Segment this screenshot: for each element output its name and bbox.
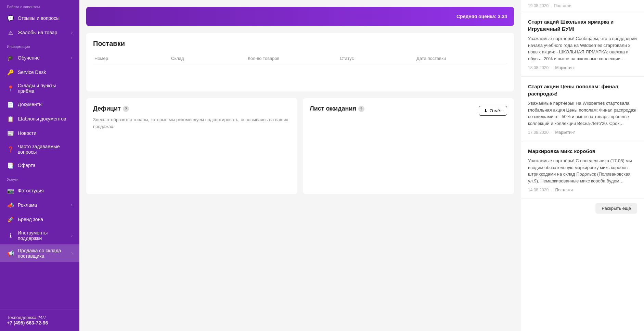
supplies-empty-body bbox=[93, 64, 507, 85]
news-icon: 📰 bbox=[7, 129, 14, 137]
sidebar-item-warehouse-sale[interactable]: 📢 Продажа со склада поставщика › bbox=[0, 244, 79, 262]
sidebar-item-label: Документы bbox=[18, 102, 42, 107]
news-title-0: Старт акций Школьная ярмарка и Игрушечны… bbox=[528, 18, 637, 33]
sidebar-item-documents[interactable]: 📄 Документы bbox=[0, 97, 79, 112]
section-label-info: Информация bbox=[0, 40, 79, 51]
col-number: Номер bbox=[93, 56, 170, 61]
rating-display: Средняя оценка: 3.34 bbox=[456, 14, 507, 19]
sidebar-item-learning[interactable]: 🎓 Обучение › bbox=[0, 51, 79, 65]
news-category-2: Поставки bbox=[555, 188, 573, 192]
sidebar-item-reviews[interactable]: 💬 Отзывы и вопросы bbox=[0, 11, 79, 25]
sidebar-item-label: Бренд зона bbox=[18, 217, 43, 222]
deficit-title-text: Дефицит bbox=[93, 105, 121, 112]
sidebar-item-label: Инструменты поддержки bbox=[18, 230, 71, 241]
sidebar-item-warehouses[interactable]: 📍 Склады и пункты приёма bbox=[0, 79, 79, 97]
waitlist-help-icon[interactable]: ? bbox=[358, 106, 364, 112]
news-title-2: Маркировка микс коробов bbox=[528, 148, 637, 155]
reviews-icon: 💬 bbox=[7, 14, 14, 22]
news-item-2[interactable]: Маркировка микс коробов Уважаемые партнё… bbox=[521, 141, 644, 199]
report-btn-label: Отчёт bbox=[490, 108, 502, 113]
supplies-title: Поставки bbox=[93, 40, 507, 48]
download-icon: ⬇ bbox=[484, 108, 488, 113]
news-category-0: Маркетинг bbox=[555, 65, 575, 70]
sidebar-item-label: Новости bbox=[18, 130, 36, 136]
sidebar-item-news[interactable]: 📰 Новости bbox=[0, 126, 79, 140]
col-date: Дата поставки bbox=[415, 56, 507, 61]
arrow-icon: › bbox=[71, 203, 73, 207]
sidebar-item-faq[interactable]: ❓ Часто задаваемые вопросы bbox=[0, 140, 79, 158]
main-content: Средняя оценка: 3.34 Поставки Номер Скла… bbox=[79, 0, 521, 331]
ads-icon: 📣 bbox=[7, 201, 14, 209]
sidebar-section-client: Работа с клиентом 💬 Отзывы и вопросы ⚠ Ж… bbox=[0, 0, 79, 40]
faq-icon: ❓ bbox=[7, 145, 14, 153]
sidebar-item-label: Оферта bbox=[18, 163, 36, 168]
sidebar-item-templates[interactable]: 📋 Шаблоны документов bbox=[0, 112, 79, 126]
deficit-title-row: Дефицит ? bbox=[93, 105, 291, 112]
support-phone: +7 (495) 663-72-96 bbox=[7, 320, 73, 326]
waitlist-title-text: Лист ожидания bbox=[310, 105, 356, 112]
offer-icon: 📑 bbox=[7, 162, 14, 169]
sidebar-item-label: Часто задаваемые вопросы bbox=[18, 144, 73, 155]
learning-icon: 🎓 bbox=[7, 54, 14, 62]
documents-icon: 📄 bbox=[7, 101, 14, 108]
top-date: 19.08.2020 bbox=[528, 3, 549, 8]
waitlist-title-row: Лист ожидания ? bbox=[310, 105, 364, 112]
support-tools-icon: ℹ bbox=[7, 232, 14, 239]
sidebar-item-label: Service Desk bbox=[18, 69, 46, 75]
rating-label: Средняя оценка: bbox=[456, 14, 497, 19]
news-date-2: 14.08.2020 bbox=[528, 188, 549, 192]
two-col-section: Дефицит ? Здесь отобразятся товары, кото… bbox=[86, 98, 514, 194]
expand-btn-row: Раскрыть ещё bbox=[521, 199, 644, 218]
complaints-icon: ⚠ bbox=[7, 29, 14, 36]
sidebar-item-label: Склады и пункты приёма bbox=[18, 83, 73, 94]
sidebar-section-info: Информация 🎓 Обучение › 🔑 Service Desk 📍… bbox=[0, 40, 79, 173]
sidebar-footer: Техподдержка 24/7 +7 (495) 663-72-96 bbox=[0, 309, 79, 331]
news-body-0: Уважаемые партнёры! Сообщаем, что в пред… bbox=[528, 35, 637, 62]
news-date-1: 17.08.2020 bbox=[528, 130, 549, 135]
col-status: Статус bbox=[338, 56, 415, 61]
waitlist-card: Лист ожидания ? ⬇ Отчёт bbox=[303, 98, 514, 194]
deficit-desc: Здесь отобразятся товары, которые мы рек… bbox=[93, 116, 291, 130]
sidebar-item-ads[interactable]: 📣 Реклама › bbox=[0, 198, 79, 212]
news-title-1: Старт акции Цены пополам: финал распрода… bbox=[528, 83, 637, 97]
report-button[interactable]: ⬇ Отчёт bbox=[479, 106, 507, 116]
sidebar-item-label: Шаблоны документов bbox=[18, 116, 66, 122]
rating-val: 3.34 bbox=[498, 14, 507, 19]
news-body-1: Уважаемые партнёры! На Wildberries старт… bbox=[528, 100, 637, 127]
news-item-0[interactable]: Старт акций Школьная ярмарка и Игрушечны… bbox=[521, 12, 644, 77]
rating-card: Средняя оценка: 3.34 bbox=[86, 7, 514, 26]
arrow-icon: › bbox=[71, 30, 73, 35]
news-item-1[interactable]: Старт акции Цены пополам: финал распрода… bbox=[521, 77, 644, 141]
sidebar-item-brandzone[interactable]: 🚀 Бренд зона bbox=[0, 212, 79, 227]
col-warehouse: Склад bbox=[170, 56, 246, 61]
sidebar-item-support-tools[interactable]: ℹ Инструменты поддержки › bbox=[0, 227, 79, 244]
sidebar-item-offer[interactable]: 📑 Оферта bbox=[0, 158, 79, 173]
sidebar-section-services: Услуги 📷 Фотостудия 📣 Реклама › 🚀 Бренд … bbox=[0, 173, 79, 262]
waitlist-header: Лист ожидания ? ⬇ Отчёт bbox=[310, 105, 507, 116]
sidebar-item-label: Жалобы на товар bbox=[18, 30, 57, 35]
news-meta-0: 18.08.2020 · Маркетинг bbox=[528, 65, 637, 70]
news-date-0: 18.08.2020 bbox=[528, 65, 549, 70]
news-body-2: Уважаемые партнёры! С понедельника (17.0… bbox=[528, 157, 637, 184]
sidebar: Работа с клиентом 💬 Отзывы и вопросы ⚠ Ж… bbox=[0, 0, 79, 331]
news-meta-2: 14.08.2020 · Поставки bbox=[528, 188, 637, 192]
right-panel: 19.08.2020 · Поставки Старт акций Школьн… bbox=[521, 0, 644, 331]
top-category: Поставки bbox=[554, 3, 571, 8]
sidebar-item-complaints[interactable]: ⚠ Жалобы на товар › bbox=[0, 25, 79, 40]
warehouse-sale-icon: 📢 bbox=[7, 250, 14, 257]
arrow-icon: › bbox=[71, 233, 73, 238]
deficit-help-icon[interactable]: ? bbox=[123, 106, 129, 112]
support-label: Техподдержка 24/7 bbox=[7, 315, 73, 320]
deficit-card: Дефицит ? Здесь отобразятся товары, кото… bbox=[86, 98, 297, 194]
arrow-icon: › bbox=[71, 251, 73, 256]
col-quantity: Кол-во товаров bbox=[246, 56, 338, 61]
news-category-1: Маркетинг bbox=[555, 130, 575, 135]
sidebar-item-label: Фотостудия bbox=[18, 188, 44, 193]
sidebar-item-servicedesk[interactable]: 🔑 Service Desk bbox=[0, 65, 79, 79]
photo-icon: 📷 bbox=[7, 187, 14, 194]
templates-icon: 📋 bbox=[7, 115, 14, 123]
supplies-card: Поставки Номер Склад Кол-во товаров Стат… bbox=[86, 33, 514, 91]
expand-button[interactable]: Раскрыть ещё bbox=[595, 203, 637, 214]
sidebar-item-photo[interactable]: 📷 Фотостудия bbox=[0, 183, 79, 198]
sidebar-item-label: Продажа со склада поставщика bbox=[18, 248, 71, 259]
